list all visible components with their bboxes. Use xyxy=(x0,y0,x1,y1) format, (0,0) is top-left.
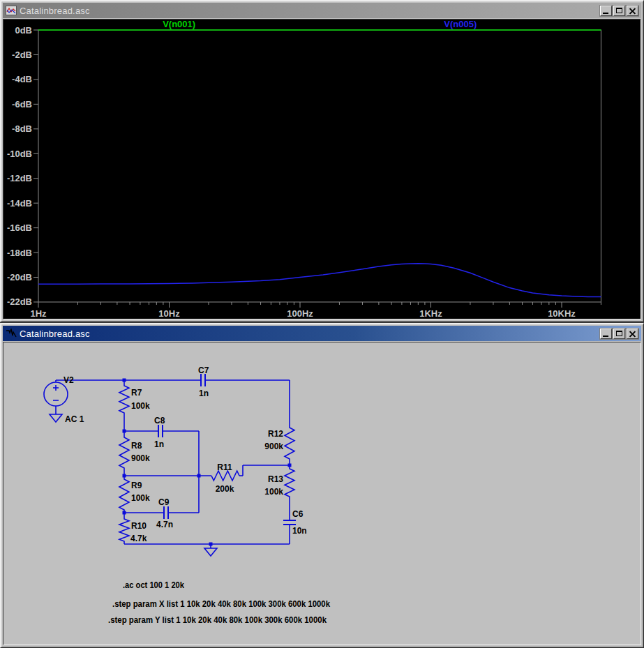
resistor-value: 4.7k xyxy=(130,534,147,543)
resistor-value: 100k xyxy=(131,401,150,411)
maximize-icon xyxy=(616,331,622,336)
close-button[interactable] xyxy=(627,329,638,339)
spice-directive-3[interactable]: .step param Y list 1 10k 20k 40k 80k 100… xyxy=(108,615,327,625)
y-axis-label: -20dB xyxy=(7,272,32,282)
minimize-button[interactable] xyxy=(600,6,612,16)
y-axis-label: -8dB xyxy=(12,123,32,134)
resistor-name: R9 xyxy=(131,481,142,490)
resistor-name: R12 xyxy=(268,429,283,439)
capacitor-value: 1n xyxy=(154,439,164,449)
frequency-response-plot[interactable]: 0dB-2dB-4dB-6dB-8dB-10dB-12dB-14dB-16dB-… xyxy=(3,20,641,319)
junction-dot xyxy=(288,464,292,467)
schematic-window: Catalinbread.asc R7100kR8900kR9100kR104.… xyxy=(0,323,644,648)
maximize-button[interactable] xyxy=(613,6,625,16)
resistor-name: R7 xyxy=(131,388,142,398)
source-name: V2 xyxy=(63,375,74,385)
resistor-r7[interactable] xyxy=(119,380,129,431)
maximize-icon xyxy=(616,8,622,13)
resistor-body xyxy=(285,425,294,465)
waveform-plot-icon xyxy=(6,6,17,15)
resistor-r12[interactable] xyxy=(285,425,294,465)
resistor-name: R13 xyxy=(268,474,283,484)
resistor-body xyxy=(119,380,129,431)
resistor-value: 100k xyxy=(131,493,150,503)
plot-frame xyxy=(38,30,601,302)
resistor-name: R8 xyxy=(131,441,142,451)
waveform-window-title: Catalinbread.asc xyxy=(20,6,90,16)
schematic-titlebar[interactable]: Catalinbread.asc xyxy=(3,326,641,341)
capacitor-value: 1n xyxy=(199,389,209,398)
spice-directive-2[interactable]: .step param X list 1 10k 20k 40k 80k 100… xyxy=(112,599,330,609)
ground-icon xyxy=(204,548,217,556)
y-axis-label: -4dB xyxy=(12,74,32,84)
minimize-button[interactable] xyxy=(600,329,612,339)
resistor-value: 100k xyxy=(264,487,283,497)
resistor-name: R10 xyxy=(131,521,147,531)
trace-vn005 xyxy=(38,264,601,297)
resistor-name: R11 xyxy=(217,462,232,472)
resistor-value: 900k xyxy=(264,442,283,451)
resistor-value: 200k xyxy=(216,484,234,494)
junction-dot xyxy=(123,474,126,478)
spice-directive-1[interactable]: .ac oct 100 1 20k xyxy=(123,580,184,590)
schematic-icon xyxy=(6,329,17,338)
capacitor-c7[interactable] xyxy=(201,374,205,386)
capacitor-c6[interactable] xyxy=(283,520,296,525)
capacitor-c8[interactable] xyxy=(158,425,163,437)
x-axis-label: 100Hz xyxy=(287,308,313,319)
junction-dot xyxy=(197,474,201,478)
resistor-value: 900k xyxy=(131,453,150,463)
waveform-window: Catalinbread.asc 0dB-2dB-4dB-6dB-8dB-10d… xyxy=(0,0,644,322)
capacitor-name: C6 xyxy=(292,509,304,519)
junction-dot xyxy=(123,379,126,382)
minimize-icon xyxy=(603,13,608,14)
y-axis-label: -18dB xyxy=(7,248,32,258)
maximize-button[interactable] xyxy=(613,329,625,339)
resistor-r10[interactable] xyxy=(119,513,129,544)
junction-dot xyxy=(209,543,213,546)
junction-dot xyxy=(123,511,126,515)
y-axis-label: -12dB xyxy=(7,173,32,183)
resistor-body xyxy=(119,476,129,513)
capacitor-name: C8 xyxy=(154,416,165,425)
x-axis-label: 1Hz xyxy=(30,308,47,319)
resistor-body xyxy=(211,471,239,481)
junction-dot xyxy=(123,430,126,433)
y-axis-label: -2dB xyxy=(12,50,32,60)
capacitor-name: C7 xyxy=(198,366,209,375)
schematic-canvas[interactable]: R7100kR8900kR9100kR104.7kR12900kR13100kR… xyxy=(3,342,641,645)
x-axis-label: 10KHz xyxy=(548,308,576,319)
capacitor-value: 4.7n xyxy=(156,520,173,529)
y-axis-label: -16dB xyxy=(7,223,32,233)
y-axis-label: 0dB xyxy=(15,25,32,36)
waveform-plot-pane[interactable]: 0dB-2dB-4dB-6dB-8dB-10dB-12dB-14dB-16dB-… xyxy=(3,19,641,319)
schematic-window-title: Catalinbread.asc xyxy=(20,329,90,339)
close-button[interactable] xyxy=(627,6,638,16)
waveform-titlebar[interactable]: Catalinbread.asc xyxy=(3,3,641,18)
resistor-r8[interactable] xyxy=(119,431,129,476)
x-axis-label: 1KHz xyxy=(419,308,442,319)
x-axis-label: 10Hz xyxy=(158,308,180,319)
y-axis-label: -22dB xyxy=(7,296,32,307)
resistor-body xyxy=(119,431,129,476)
capacitor-c9[interactable] xyxy=(164,506,168,519)
voltage-source-v2[interactable] xyxy=(44,382,68,406)
y-axis-label: -10dB xyxy=(7,149,32,159)
capacitor-name: C9 xyxy=(158,497,170,507)
y-axis-label: -6dB xyxy=(12,99,32,110)
trace-label-vn001[interactable]: V(n001) xyxy=(163,20,195,29)
ground-icon xyxy=(50,414,62,422)
y-axis-label: -14dB xyxy=(7,198,32,209)
resistor-body xyxy=(119,513,129,544)
ltspice-workspace: Catalinbread.asc 0dB-2dB-4dB-6dB-8dB-10d… xyxy=(0,0,644,648)
trace-label-vn005[interactable]: V(n005) xyxy=(444,20,477,29)
source-value: AC 1 xyxy=(65,414,84,424)
resistor-r11[interactable] xyxy=(211,471,239,481)
circuit-schematic[interactable]: R7100kR8900kR9100kR104.7kR12900kR13100kR… xyxy=(3,342,641,645)
capacitor-value: 10n xyxy=(292,526,307,536)
resistor-r9[interactable] xyxy=(119,476,129,513)
minimize-icon xyxy=(603,336,608,337)
